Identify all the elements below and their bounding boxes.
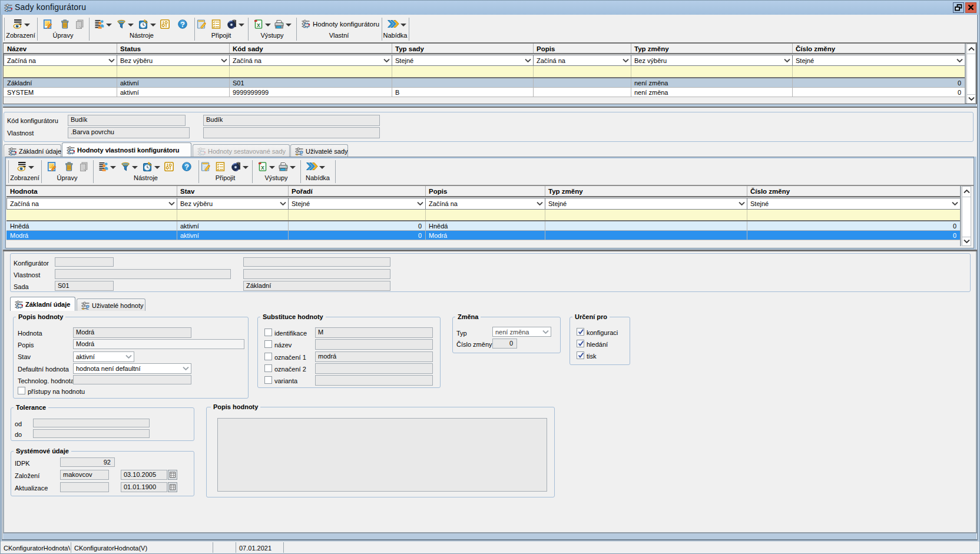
svg-text:?: ? [184, 163, 189, 171]
svg-text:x: x [257, 21, 260, 28]
svg-text:x: x [261, 164, 264, 171]
svg-text:?: ? [180, 21, 185, 29]
